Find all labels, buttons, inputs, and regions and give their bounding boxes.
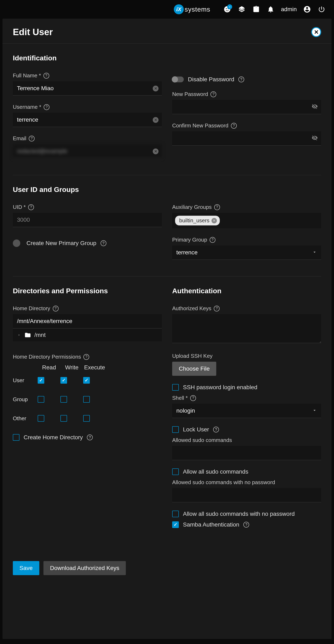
help-icon[interactable]: ?: [87, 434, 93, 440]
allow-all-sudo-label: Allow all sudo commands: [183, 468, 248, 475]
section-auth: Authentication: [172, 287, 321, 295]
account-icon[interactable]: [303, 5, 311, 14]
section-uid-groups: User ID and Groups: [13, 186, 321, 194]
perm-row-other: Other: [13, 415, 38, 422]
allow-all-sudo-nopass-checkbox[interactable]: [172, 510, 179, 517]
perm-other-exec-checkbox[interactable]: [83, 415, 90, 422]
chip-remove-icon[interactable]: ✕: [211, 218, 217, 223]
perm-other-read-checkbox[interactable]: [38, 415, 44, 422]
emoji-icon[interactable]: +: [223, 5, 231, 14]
primary-group-select[interactable]: terrence: [172, 246, 321, 260]
bell-icon[interactable]: [266, 5, 275, 14]
disabled-toggle-icon: [13, 240, 20, 247]
samba-auth-checkbox[interactable]: [172, 521, 179, 528]
help-icon[interactable]: ?: [243, 522, 249, 528]
help-icon[interactable]: ?: [83, 354, 89, 360]
home-dir-input[interactable]: [13, 314, 162, 328]
username-input[interactable]: [13, 113, 162, 127]
email-input[interactable]: [13, 144, 162, 158]
auth-keys-textarea[interactable]: [172, 314, 321, 343]
aux-groups-input[interactable]: builtin_users ✕: [172, 213, 321, 228]
allow-all-sudo-checkbox[interactable]: [172, 468, 179, 475]
disable-password-label: Disable Password: [188, 76, 234, 83]
perm-other-write-checkbox[interactable]: [61, 415, 67, 422]
perm-row-group: Group: [13, 396, 38, 403]
perm-group-read-checkbox[interactable]: [38, 396, 44, 403]
clear-icon[interactable]: ✕: [153, 86, 159, 92]
perm-group-exec-checkbox[interactable]: [83, 396, 90, 403]
username-label: admin: [281, 6, 297, 12]
tree-label: /mnt: [34, 332, 46, 338]
create-primary-label: Create New Primary Group: [27, 240, 96, 246]
shell-label: Shell * ?: [172, 395, 321, 401]
allow-all-sudo-nopass-label: Allow all sudo commands with no password: [183, 510, 295, 517]
sudo-nopass-input[interactable]: [172, 488, 321, 502]
badge-dot: +: [227, 4, 232, 9]
perm-user-read-checkbox[interactable]: [38, 377, 44, 384]
perm-user-write-checkbox[interactable]: [61, 377, 67, 384]
ssh-password-checkbox[interactable]: [172, 384, 179, 391]
perm-header-exec: Execute: [83, 364, 106, 371]
clear-icon[interactable]: ✕: [153, 148, 159, 154]
svg-point-1: [226, 8, 227, 9]
logo[interactable]: iX systems: [174, 4, 210, 14]
lock-user-checkbox[interactable]: [172, 426, 179, 433]
help-icon[interactable]: ?: [53, 306, 59, 312]
uid-input[interactable]: [13, 213, 162, 227]
visibility-off-icon[interactable]: [312, 135, 318, 142]
power-icon[interactable]: [317, 5, 326, 14]
section-dirs-perms: Directories and Permissions: [13, 287, 162, 295]
email-label: Email ?: [13, 135, 162, 142]
help-icon[interactable]: ?: [214, 306, 220, 312]
panel-header: Edit User ✕: [3, 18, 331, 44]
sudo-cmds-input[interactable]: [172, 446, 321, 460]
help-icon[interactable]: ?: [44, 73, 49, 78]
help-icon[interactable]: ?: [210, 237, 215, 243]
clipboard-icon[interactable]: [252, 5, 260, 14]
create-home-label: Create Home Directory: [24, 434, 83, 441]
help-icon[interactable]: ?: [238, 76, 244, 82]
help-icon[interactable]: ?: [29, 136, 35, 142]
new-password-input[interactable]: [172, 100, 321, 114]
perm-user-exec-checkbox[interactable]: [83, 377, 90, 384]
help-icon[interactable]: ?: [28, 204, 34, 210]
download-keys-button[interactable]: Download Authorized Keys: [44, 561, 126, 575]
tree-item[interactable]: /mnt: [13, 329, 162, 341]
primary-group-label: Primary Group ?: [172, 236, 321, 243]
sudo-nopass-label: Allowed sudo commands with no password: [172, 479, 321, 486]
choose-file-button[interactable]: Choose File: [172, 362, 216, 376]
perm-header-write: Write: [61, 364, 83, 371]
stack-icon[interactable]: [238, 5, 246, 14]
create-home-checkbox[interactable]: [13, 434, 20, 441]
help-icon[interactable]: ?: [190, 395, 196, 401]
uid-label: UID * ?: [13, 204, 162, 210]
full-name-input[interactable]: [13, 81, 162, 96]
logo-text: systems: [185, 6, 210, 13]
auth-keys-label: Authorized Keys ?: [172, 305, 321, 312]
disable-password-toggle[interactable]: [172, 76, 184, 82]
home-perms-label: Home Directory Permissions ?: [13, 354, 162, 360]
username-label: Username * ?: [13, 104, 162, 110]
chevron-right-icon: [17, 333, 21, 337]
visibility-off-icon[interactable]: [312, 103, 318, 111]
help-icon[interactable]: ?: [210, 92, 216, 97]
confirm-password-input[interactable]: [172, 131, 321, 146]
section-identification: Identification: [13, 54, 321, 62]
group-chip: builtin_users ✕: [175, 216, 220, 226]
full-name-label: Full Name * ?: [13, 72, 162, 79]
page-title: Edit User: [13, 27, 53, 37]
close-button[interactable]: ✕: [311, 27, 321, 37]
help-icon[interactable]: ?: [231, 123, 237, 129]
help-icon[interactable]: ?: [44, 104, 50, 110]
perm-header-read: Read: [38, 364, 61, 371]
shell-select[interactable]: nologin: [172, 404, 321, 418]
clear-icon[interactable]: ✕: [153, 117, 159, 123]
help-icon[interactable]: ?: [213, 427, 219, 432]
ssh-password-label: SSH password login enabled: [183, 384, 257, 391]
save-button[interactable]: Save: [13, 561, 39, 575]
help-icon[interactable]: ?: [214, 204, 220, 210]
perm-group-write-checkbox[interactable]: [61, 396, 67, 403]
help-icon[interactable]: ?: [101, 240, 106, 246]
footer-actions: Save Download Authorized Keys: [13, 561, 321, 575]
confirm-password-label: Confirm New Password ?: [172, 122, 321, 129]
